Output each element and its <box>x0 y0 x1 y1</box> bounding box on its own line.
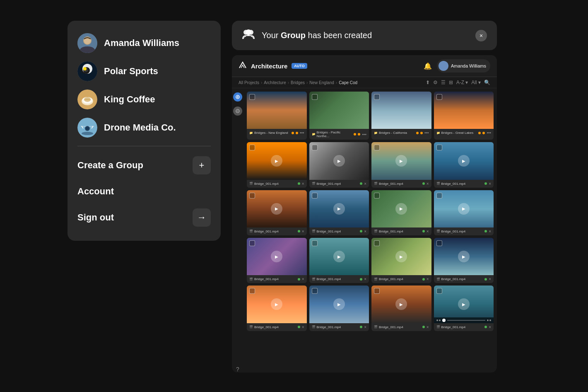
more-icon-2[interactable]: ••• <box>362 132 366 137</box>
checkbox-v-1-1[interactable] <box>312 193 318 198</box>
play-button-0-0[interactable]: ▶ <box>271 155 282 167</box>
user-chip[interactable]: Amanda Williams <box>437 59 490 73</box>
more-v-1-1[interactable]: × <box>364 229 366 234</box>
user-item-coffee[interactable]: King Coffee <box>67 85 221 114</box>
checkbox-v-2-0[interactable] <box>249 240 255 246</box>
checkbox-v-3-1[interactable] <box>312 288 318 294</box>
upload-icon[interactable]: ⬆ <box>426 80 430 85</box>
settings-icon[interactable]: ⚙ <box>433 80 438 85</box>
thumb-bridges-pn[interactable]: 📁 Bridges - Pacific Northe... ••• <box>309 92 369 140</box>
checkbox-ca[interactable] <box>374 94 380 100</box>
thumb-video-2-2[interactable]: ▶ 🎬 Bridge_001.mp4 × <box>371 238 431 283</box>
play-button-2-3[interactable]: ▶ <box>458 251 470 262</box>
crumb-4[interactable]: Cape Cod <box>339 80 357 85</box>
thumb-video-3-3[interactable]: ▶ 🎬 Bridge_001.mp4 × <box>434 286 494 331</box>
play-button-3-3[interactable]: ▶ <box>458 298 470 310</box>
thumb-video-0-3[interactable]: ▶ 🎬 Bridge_001.mp4 × <box>434 142 494 187</box>
thumb-video-1-1[interactable]: ▶ 🎬 Bridge_001.mp4 × <box>309 190 369 235</box>
checkbox-v-0-3[interactable] <box>436 145 442 150</box>
notification-close-button[interactable]: × <box>475 30 487 41</box>
thumb-video-1-2[interactable]: ▶ 🎬 Bridge_001.mp4 × <box>371 190 431 235</box>
play-button-0-3[interactable]: ▶ <box>458 155 470 167</box>
play-button-2-0[interactable]: ▶ <box>271 251 282 262</box>
signout-item[interactable]: Sign out → <box>67 203 221 232</box>
more-v-3-1[interactable]: × <box>364 325 366 329</box>
checkbox-v-1-2[interactable] <box>374 193 380 198</box>
crumb-0[interactable]: All Projects <box>239 80 259 85</box>
search-icon[interactable]: 🔍 <box>484 80 490 85</box>
thumb-video-3-0[interactable]: ▶ 🎬 Bridge_001.mp4 × <box>247 286 307 331</box>
user-item-drone[interactable]: Drone Media Co. <box>67 114 221 142</box>
more-icon[interactable]: ••• <box>300 131 304 135</box>
play-button-1-1[interactable]: ▶ <box>333 203 345 215</box>
crumb-2[interactable]: Bridges <box>291 80 305 85</box>
thumb-video-0-0[interactable]: ▶ 🎬 Bridge_001.mp4 × <box>247 142 307 187</box>
crumb-1[interactable]: Architecture <box>264 80 286 85</box>
side-action-icon[interactable] <box>233 92 242 102</box>
play-button-1-2[interactable]: ▶ <box>395 203 407 215</box>
more-v-2-2[interactable]: × <box>427 277 429 281</box>
scrubber-line[interactable] <box>447 320 486 321</box>
thumb-bridges-ne[interactable]: 📁 Bridges - New England ••• <box>247 92 307 140</box>
more-v-2-0[interactable]: × <box>302 277 304 281</box>
play-button-3-2[interactable]: ▶ <box>395 298 407 310</box>
thumb-video-2-3[interactable]: ▶ 🎬 Bridge_001.mp4 × <box>434 238 494 283</box>
filter-icon[interactable]: All ▾ <box>471 80 481 85</box>
thumb-bridges-ca[interactable]: 📁 Bridges - California ••• <box>371 92 431 140</box>
more-v-2-1[interactable]: × <box>364 277 366 281</box>
more-v-2-3[interactable]: × <box>489 277 491 281</box>
more-v-0-2[interactable]: × <box>427 181 429 186</box>
account-item[interactable]: Account <box>67 180 221 203</box>
more-icon-3[interactable]: ••• <box>424 131 429 135</box>
scrubber-handle[interactable] <box>442 319 446 322</box>
thumb-video-3-2[interactable]: ▶ 🎬 Bridge_001.mp4 × <box>371 286 431 331</box>
play-button-2-2[interactable]: ▶ <box>395 251 407 262</box>
play-button-0-2[interactable]: ▶ <box>395 155 407 167</box>
thumb-video-0-2[interactable]: ▶ 🎬 Bridge_001.mp4 × <box>371 142 431 187</box>
checkbox-v-0-1[interactable] <box>312 145 318 150</box>
thumb-video-3-1[interactable]: ▶ 🎬 Bridge_001.mp4 × <box>309 286 369 331</box>
play-button-1-0[interactable]: ▶ <box>271 203 282 215</box>
checkbox-v-2-1[interactable] <box>312 240 318 246</box>
checkbox-v-2-3[interactable] <box>436 240 442 246</box>
video-scrubber[interactable] <box>434 317 494 323</box>
crumb-3[interactable]: New England <box>309 80 334 85</box>
play-button-0-1[interactable]: ▶ <box>333 155 345 167</box>
more-icon-4[interactable]: ••• <box>487 131 491 135</box>
create-group-item[interactable]: Create a Group + <box>67 150 221 180</box>
play-button-3-0[interactable]: ▶ <box>271 298 282 310</box>
play-button-3-1[interactable]: ▶ <box>333 298 345 310</box>
help-icon[interactable]: ? <box>236 366 239 373</box>
user-item-amanda[interactable]: Amanda Williams <box>67 29 221 57</box>
checkbox-gl[interactable] <box>436 94 442 100</box>
thumb-bridges-gl[interactable]: 📁 Bridges - Great Lakes ••• <box>434 92 494 140</box>
thumb-video-2-1[interactable]: ▶ 🎬 Bridge_001.mp4 × <box>309 238 369 283</box>
play-button-1-3[interactable]: ▶ <box>458 203 470 215</box>
user-item-polar[interactable]: Polar Sports <box>67 57 221 85</box>
more-v-0-3[interactable]: × <box>489 181 491 186</box>
thumb-video-1-3[interactable]: ▶ 🎬 Bridge_001.mp4 × <box>434 190 494 235</box>
checkbox-ne[interactable] <box>249 94 255 100</box>
more-v-1-0[interactable]: × <box>302 229 304 234</box>
checkbox-v-3-3[interactable] <box>436 288 442 294</box>
more-v-0-0[interactable]: × <box>302 181 304 186</box>
grid-icon[interactable]: ⊞ <box>449 80 453 85</box>
more-v-1-3[interactable]: × <box>489 229 491 234</box>
more-v-1-2[interactable]: × <box>427 229 429 234</box>
more-v-3-3[interactable]: × <box>489 325 491 329</box>
side-secondary-icon[interactable] <box>233 106 242 116</box>
checkbox-v-3-0[interactable] <box>249 288 255 294</box>
list-icon[interactable]: ☰ <box>441 80 446 85</box>
more-v-0-1[interactable]: × <box>364 181 366 186</box>
checkbox-v-2-2[interactable] <box>374 240 380 246</box>
checkbox-v-3-2[interactable] <box>374 288 380 294</box>
thumb-video-1-0[interactable]: ▶ 🎬 Bridge_001.mp4 × <box>247 190 307 235</box>
more-v-3-2[interactable]: × <box>427 325 429 329</box>
checkbox-pn[interactable] <box>312 94 318 100</box>
checkbox-v-0-2[interactable] <box>374 145 380 150</box>
more-v-3-0[interactable]: × <box>302 325 304 329</box>
sort-icon[interactable]: A-Z ▾ <box>456 80 468 85</box>
checkbox-v-0-0[interactable] <box>249 145 255 150</box>
play-button-2-1[interactable]: ▶ <box>333 251 345 262</box>
checkbox-v-1-3[interactable] <box>436 193 442 198</box>
